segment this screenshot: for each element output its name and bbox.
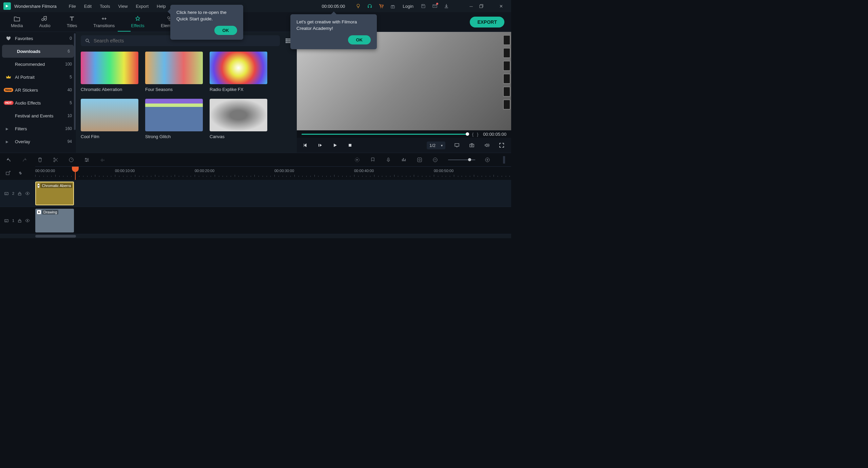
effect-card[interactable]: Radio Explike FX [210,52,267,92]
sidebar-item-recommended[interactable]: Recommended100 [0,58,76,71]
menu-tools[interactable]: Tools [96,2,114,11]
svg-point-43 [27,220,28,221]
tooltip-ok-button[interactable]: OK [214,26,237,35]
zoom-slider[interactable] [448,160,475,160]
eye-icon[interactable] [25,191,30,195]
login-button[interactable]: Login [399,4,417,9]
lock-icon[interactable] [18,219,22,223]
mic-icon[interactable] [386,157,392,163]
ruler-label: 00:00:10:00 [115,169,135,173]
effect-label: Radio Explike FX [210,87,267,92]
effect-label: Four Seasons [145,87,203,92]
maximize-window-icon[interactable] [479,4,493,8]
lightbulb-icon[interactable] [353,1,363,11]
timeline-ruler[interactable]: 00:00:00:0000:00:10:0000:00:20:0000:00:3… [35,166,511,180]
svg-point-23 [471,145,472,146]
sidebar-item-favorites[interactable]: Favorites0 [0,32,76,45]
step-back-icon[interactable] [318,143,324,148]
tab-effects[interactable]: Effects [123,12,153,32]
headset-icon[interactable] [365,1,375,11]
svg-rect-32 [418,158,422,162]
zoom-out-icon[interactable] [432,157,439,163]
render-icon[interactable] [354,157,361,163]
svg-point-25 [54,161,55,162]
save-icon[interactable] [418,1,428,11]
tab-audio[interactable]: Audio [31,12,58,32]
fullscreen-icon[interactable] [499,143,505,148]
svg-rect-38 [5,192,8,195]
svg-rect-22 [470,144,474,147]
prev-frame-icon[interactable] [303,143,309,148]
menu-view[interactable]: View [114,2,132,11]
effect-card[interactable]: Cool Film [81,99,138,139]
adjust-icon[interactable] [84,157,90,163]
sidebar-scrollbar[interactable] [74,32,76,153]
tab-transitions[interactable]: Transitions [85,12,123,32]
delete-icon[interactable] [37,157,43,163]
sidebar-item-ai-portrait[interactable]: AI Portrait5 [0,71,76,83]
gift-icon[interactable] [388,1,398,11]
audio-icon [41,16,48,22]
speed-icon[interactable] [69,157,75,163]
link-icon[interactable] [18,170,24,176]
tooltip-ok-button[interactable]: OK [348,35,371,44]
main-tabs: MediaAudioTitlesTransitionsEffectsElemen… [0,12,511,32]
preview-zoom-select[interactable]: 1/2 ▾ [427,142,445,149]
svg-point-28 [88,159,89,160]
sidebar-item-filters[interactable]: ▶Filters160 [0,122,76,135]
effect-label: Chromatic Aberration [81,87,138,92]
menu-export[interactable]: Export [132,2,153,11]
marker-icon[interactable] [370,157,376,163]
play-icon[interactable] [333,143,339,148]
audio-mix-icon[interactable] [401,157,407,163]
sidebar-item-ar-stickers[interactable]: NewAR Stickers40 [0,83,76,96]
effect-card[interactable]: Four Seasons [145,52,203,92]
effect-card[interactable]: Strong Glitch [145,99,203,139]
minimize-window-icon[interactable]: ─ [464,4,478,9]
lock-icon[interactable] [18,191,22,195]
toolbar-divider [503,156,505,164]
track-add-icon[interactable] [5,170,12,176]
display-icon[interactable] [454,143,460,148]
track-content[interactable]: Drawing [35,207,511,234]
close-window-icon[interactable]: ✕ [494,4,508,9]
seek-time: 00:00:05:00 [483,132,506,137]
volume-icon[interactable] [484,143,490,148]
effect-thumbnail [210,52,267,84]
menu-file[interactable]: File [65,2,80,11]
sidebar-item-overlay[interactable]: ▶Overlay94 [0,135,76,148]
playhead[interactable] [75,167,76,180]
message-icon[interactable] [430,1,440,11]
undo-icon[interactable] [6,157,12,163]
svg-rect-13 [286,40,287,41]
app-logo-icon [3,2,11,10]
effect-card[interactable]: Chromatic Aberration [81,52,138,92]
download-icon[interactable] [441,1,451,11]
track-content[interactable]: Chromatic Aberra [35,180,511,207]
tab-media[interactable]: Media [3,12,31,32]
ruler-label: 00:00:20:00 [195,169,214,173]
seek-bar[interactable] [302,134,467,135]
redo-icon[interactable] [22,157,28,163]
timeline-clip[interactable]: Drawing [35,209,74,232]
effect-card[interactable]: Canvas [210,99,267,139]
timeline-clip[interactable]: Chromatic Aberra [35,182,74,205]
export-button[interactable]: EXPORT [470,17,504,27]
stop-icon[interactable] [348,143,354,148]
audio-adjust-icon[interactable] [100,157,106,163]
sidebar-item-downloads[interactable]: Downloads6 [2,45,74,58]
sidebar-item-audio-effects[interactable]: HOTAudio Effects5 [0,96,76,109]
svg-point-29 [86,161,87,162]
effect-thumbnail [81,99,138,131]
zoom-in-icon[interactable] [485,157,491,163]
tab-titles[interactable]: Titles [59,12,85,32]
snapshot-icon[interactable] [469,143,475,148]
svg-rect-42 [18,221,21,222]
split-icon[interactable] [53,157,59,163]
eye-icon[interactable] [25,219,30,223]
timeline-scrollbar[interactable] [0,234,511,238]
sidebar-item-festival-and-events[interactable]: Festival and Events10 [0,109,76,122]
menu-edit[interactable]: Edit [80,2,96,11]
cart-icon[interactable] [376,1,386,11]
keyframe-icon[interactable] [417,157,423,163]
